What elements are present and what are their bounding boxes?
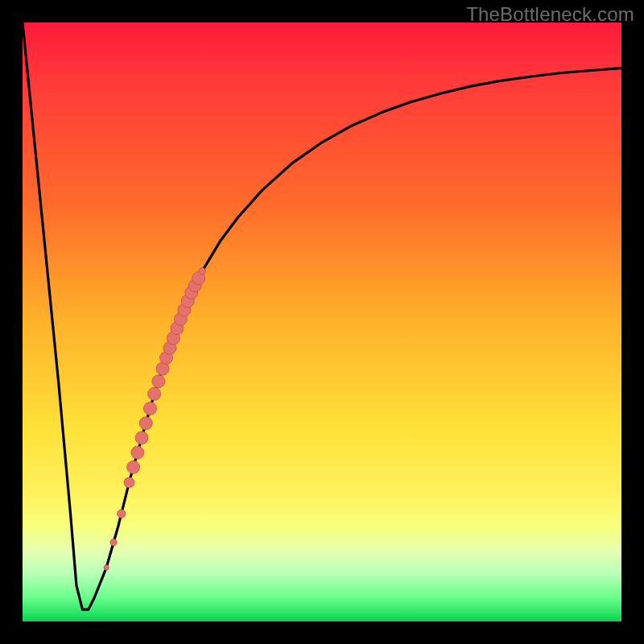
- highlight-marker: [135, 431, 148, 444]
- highlight-marker: [104, 565, 109, 570]
- highlight-marker: [199, 268, 205, 275]
- highlight-marker: [127, 460, 140, 473]
- highlight-marker: [110, 539, 117, 546]
- highlight-marker: [152, 375, 165, 388]
- curve-line: [23, 23, 621, 609]
- highlight-marker: [148, 387, 161, 400]
- watermark-text: TheBottleneck.com: [466, 3, 634, 26]
- highlight-marker: [143, 402, 156, 415]
- chart-overlay: [23, 23, 621, 621]
- highlight-marker: [118, 510, 126, 518]
- highlight-marker: [124, 477, 134, 488]
- chart-frame: TheBottleneck.com: [0, 0, 644, 644]
- highlight-marker: [139, 417, 152, 430]
- highlight-marker: [131, 446, 144, 459]
